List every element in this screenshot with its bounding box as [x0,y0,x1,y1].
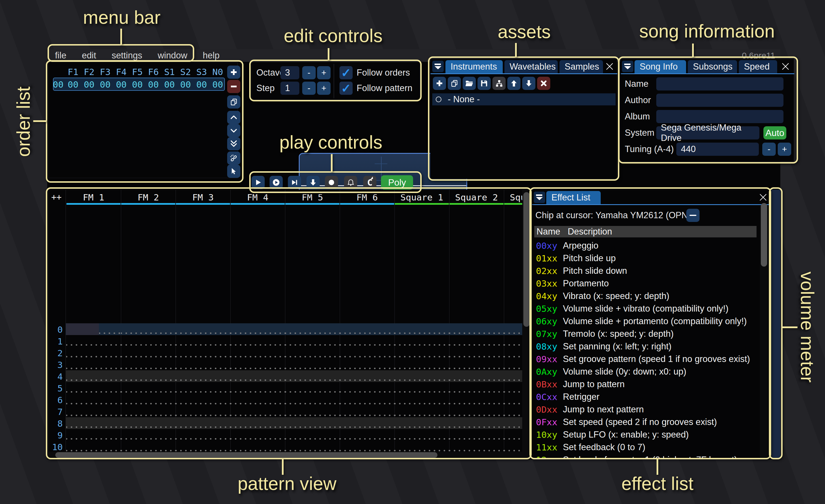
pattern-cell[interactable] [66,441,121,451]
pattern-cell[interactable] [230,441,285,451]
pattern-cell[interactable] [340,429,394,441]
menu-item-settings[interactable]: settings [104,51,150,61]
pattern-cell[interactable] [66,358,121,370]
tuning-plus-button[interactable]: + [778,143,791,156]
pattern-cell[interactable] [175,382,230,394]
pattern-cell[interactable] [121,382,175,394]
album-field[interactable] [656,110,783,123]
pattern-cell[interactable] [394,323,449,335]
author-field[interactable] [656,94,783,107]
pattern-cell[interactable] [340,347,394,358]
pattern-cell[interactable] [340,323,394,335]
pattern-cell[interactable] [449,394,504,406]
order-edit-mode-button[interactable] [227,165,240,178]
move-asset-down-button[interactable] [522,77,535,90]
effect-row[interactable]: 10xySetup LFO (x: enable; y: speed) [534,428,757,441]
name-field[interactable] [656,77,783,90]
pattern-cell[interactable] [340,441,394,451]
song-info-tab-speed[interactable]: Speed [739,60,777,73]
move-order-up-button[interactable] [227,111,240,124]
pattern-cell[interactable] [121,441,175,451]
song-info-close-button[interactable] [780,61,791,72]
pattern-cell[interactable] [449,441,504,451]
pattern-cell[interactable] [394,394,449,406]
pattern-cell[interactable] [121,347,175,358]
pattern-cell[interactable] [340,370,394,382]
pattern-cell[interactable] [285,358,340,370]
pattern-cell[interactable] [175,429,230,441]
pattern-cell[interactable] [230,358,285,370]
asset-list-item-selected[interactable]: - None - [432,93,616,105]
song-info-collapse-button[interactable] [622,61,633,72]
pattern-cell[interactable] [504,382,522,394]
order-cell[interactable]: 00 [113,79,129,90]
menu-item-help[interactable]: help [195,51,227,61]
pattern-cell[interactable] [394,335,449,347]
effect-list-tab-effect-list[interactable]: Effect List [546,191,601,204]
duplicate-order-button[interactable] [227,95,240,108]
pattern-cell[interactable] [504,358,522,370]
pattern-cell[interactable] [449,417,504,429]
pattern-cell[interactable] [285,382,340,394]
pattern-cell[interactable] [285,417,340,429]
step-plus-button[interactable]: + [317,82,330,95]
pattern-cell[interactable] [230,382,285,394]
assets-close-button[interactable] [604,61,615,72]
pattern-cell[interactable] [66,382,121,394]
pattern-cell[interactable] [175,406,230,417]
song-info-tab-subsongs[interactable]: Subsongs [688,60,737,73]
pattern-cell[interactable] [66,406,121,417]
effect-row[interactable]: 0FxxSet speed (speed 2 if no grooves exi… [534,416,757,428]
poly-button[interactable]: Poly [381,175,413,189]
pattern-cell[interactable] [121,417,175,429]
menu-item-file[interactable]: file [47,51,74,61]
pattern-cell[interactable] [175,394,230,406]
effect-list-collapse-button[interactable] [534,191,545,203]
follow-orders-checkbox[interactable] [340,66,353,79]
add-asset-button[interactable] [433,77,446,90]
assets-tab-wavetables[interactable]: Wavetables [505,60,558,73]
effect-row[interactable]: 05xyVolume slide + vibrato (compatibilit… [534,303,757,315]
effect-list-menu-button[interactable] [686,209,699,222]
open-asset-button[interactable] [463,77,476,90]
octave-minus-button[interactable]: - [302,66,316,79]
record-button[interactable] [325,176,338,189]
effect-row[interactable]: 11xxSet feedback (0 to 7) [534,441,757,453]
move-order-down-button[interactable] [227,124,240,137]
step-minus-button[interactable]: - [302,82,316,95]
menu-item-edit[interactable]: edit [74,51,104,61]
pattern-cell[interactable] [504,370,522,382]
pattern-cell[interactable] [340,382,394,394]
effect-row[interactable]: 0DxxJump to next pattern [534,403,757,416]
pattern-cell[interactable] [394,358,449,370]
pattern-cell[interactable] [285,406,340,417]
pattern-cell[interactable] [230,417,285,429]
pattern-cell[interactable] [285,394,340,406]
effect-list-close-button[interactable] [758,191,768,203]
play-from-start-button[interactable] [270,176,283,189]
pattern-cell[interactable] [394,406,449,417]
pattern-cell[interactable] [340,417,394,429]
pattern-cell[interactable] [340,335,394,347]
effect-row[interactable]: 01xxPitch slide up [534,252,757,265]
move-asset-up-button[interactable] [507,77,521,90]
delete-asset-button[interactable] [537,77,550,90]
pattern-cell[interactable] [230,406,285,417]
repeat-pattern-button[interactable]: C [363,176,376,189]
pattern-cell[interactable] [66,370,121,382]
pattern-cell[interactable] [175,347,230,358]
deep-clone-order-button[interactable] [227,152,240,165]
pattern-cell[interactable] [175,441,230,451]
pattern-cell[interactable] [175,417,230,429]
effect-row[interactable]: 0AxyVolume slide (0y: down; x0: up) [534,365,757,378]
pattern-cell[interactable] [394,370,449,382]
song-info-tab-song-info[interactable]: Song Info [634,60,686,73]
order-cell[interactable]: 00 [210,79,226,90]
pattern-cell[interactable] [449,358,504,370]
pattern-cell[interactable] [121,406,175,417]
pattern-cell[interactable] [394,382,449,394]
pattern-cell[interactable] [504,429,522,441]
pattern-cell[interactable] [121,394,175,406]
pattern-cell[interactable] [230,429,285,441]
pattern-cell[interactable] [230,335,285,347]
